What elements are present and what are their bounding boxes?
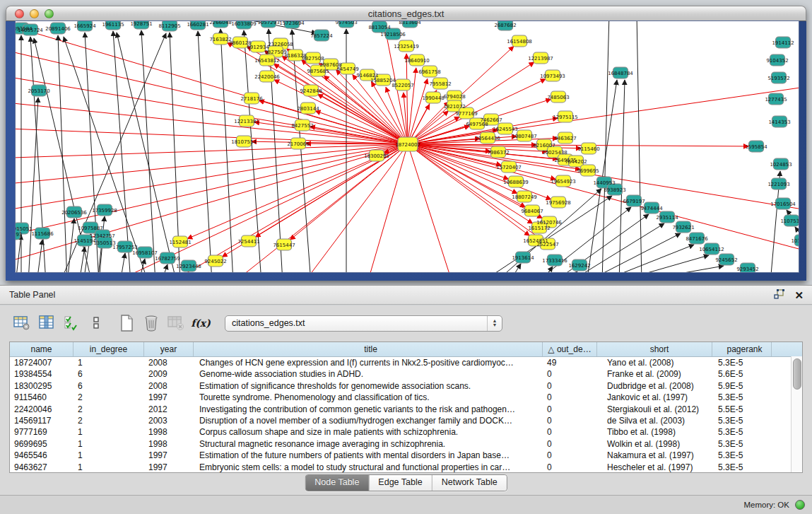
table-cell: 5.6E-5: [712, 368, 772, 380]
table-cell: 2: [73, 392, 144, 403]
table-cell: 0: [543, 404, 597, 415]
table-cell: 1: [73, 462, 144, 472]
tab-node-table[interactable]: Node Table: [305, 475, 368, 491]
column-header-name[interactable]: name: [10, 342, 73, 356]
graph-node-label: 17957253: [112, 245, 138, 250]
graph-node-label: 14055724: [18, 28, 43, 33]
graph-node-label: 10973493: [540, 74, 565, 79]
table-scrollbar[interactable]: [791, 356, 802, 472]
tab-edge-table[interactable]: Edge Table: [368, 475, 431, 491]
table-cell: 2: [73, 404, 144, 415]
float-panel-icon[interactable]: [774, 289, 784, 302]
table-row[interactable]: 2242004622012Investigating the contribut…: [10, 404, 802, 415]
table-panel-title: Table Panel: [9, 286, 55, 305]
network-window-titlebar[interactable]: citations_edges.txt: [6, 6, 806, 21]
graph-node-label: 1660281: [187, 22, 208, 28]
graph-node-label: 20564436: [475, 136, 500, 141]
graph-node-label: 1277435: [765, 97, 787, 103]
column-header-title[interactable]: title: [194, 342, 543, 356]
table-row[interactable]: 946362711997Embryonic stem cells: a mode…: [10, 462, 802, 472]
graph-node-label: 8313604: [399, 21, 421, 25]
table-cell: 9777169: [10, 426, 73, 438]
column-header-out-de-[interactable]: △ out_de…: [543, 342, 597, 356]
graph-edge: [161, 264, 167, 272]
row-options-icon[interactable]: [86, 313, 107, 334]
table-row[interactable]: 1872400712008Changes of HCN gene express…: [10, 357, 802, 368]
graph-node-label: 391593: [16, 232, 22, 238]
table-cell: Disruption of a novel member of a sodium…: [194, 415, 543, 426]
table-row[interactable]: 946554611997Estimation of the future num…: [10, 450, 802, 461]
delete-selected-icon[interactable]: [141, 313, 162, 334]
graph-node-label: 17016504: [770, 201, 796, 207]
select-columns-icon[interactable]: [61, 313, 82, 334]
table-cell: 9465546: [10, 450, 73, 461]
graph-node-label: 9699695: [577, 168, 599, 174]
graph-node-label: 2522547: [536, 242, 558, 247]
graph-node-label: 17333416: [542, 258, 567, 264]
graph-node-label: 1595854: [745, 144, 767, 150]
table-cell: 0: [543, 415, 597, 426]
column-header-short[interactable]: short: [597, 342, 712, 356]
graph-node-label: 1057293: [257, 21, 279, 25]
graph-node-label: 8938923: [604, 187, 625, 193]
graph-node-label: 1665924: [73, 23, 96, 29]
table-row[interactable]: 977716911998Corpus callosum shape and si…: [10, 426, 802, 438]
table-row[interactable]: 911546021997Tourette syndrome. Phenomeno…: [10, 392, 802, 403]
table-cell: 5.3E-5: [712, 462, 772, 472]
graph-edge: [16, 235, 21, 272]
graph-node-label: 17359928: [92, 208, 117, 214]
graph-node-label: 7485063: [547, 95, 569, 100]
graph-edge: [290, 144, 408, 240]
graph-edge: [584, 233, 681, 272]
show-columns-icon[interactable]: [36, 313, 57, 334]
table-row[interactable]: 1456911722003Disruption of a novel membe…: [10, 415, 802, 426]
graph-edge: [619, 80, 625, 272]
graph-node-label: 15720407: [496, 165, 522, 170]
column-header-pagerank[interactable]: pagerank: [712, 342, 772, 356]
tab-network-table[interactable]: Network Table: [432, 475, 507, 491]
graph-node-label: 19756928: [546, 200, 571, 206]
column-header-in-degree[interactable]: in_degree: [73, 342, 144, 356]
scrollbar-thumb[interactable]: [793, 358, 801, 390]
minimize-window-button[interactable]: [30, 9, 39, 18]
graph-edge: [541, 267, 553, 272]
column-header-year[interactable]: year: [144, 342, 194, 356]
table-cell: 0: [543, 462, 597, 472]
column-header-filler: [772, 342, 802, 356]
close-window-button[interactable]: [15, 9, 24, 18]
graph-edge: [37, 240, 42, 272]
graph-node-label: 10807487: [512, 134, 537, 139]
table-row[interactable]: 1830029562008Estimation of significance …: [10, 380, 802, 392]
close-panel-icon[interactable]: ✕: [794, 291, 804, 300]
network-table-selector[interactable]: citations_edges.txt ▲▼: [225, 315, 502, 332]
table-cell: Jankovic et al. (1997): [597, 392, 712, 403]
table-cell: 0: [543, 368, 597, 380]
table-cell: 1: [73, 450, 144, 461]
memory-status-indicator[interactable]: [795, 500, 805, 510]
table-row[interactable]: 969969511998Structural magnetic resonanc…: [10, 438, 802, 450]
graph-node-label: 7955812: [429, 81, 451, 87]
create-table-icon[interactable]: [116, 313, 137, 334]
status-bar: Memory: OK: [0, 495, 812, 514]
table-cell: Wolkin et al. (1998): [597, 438, 712, 450]
table-header-row: namein_degreeyeartitle△ out_de…shortpage…: [10, 342, 802, 357]
graph-node-label: 10654112: [699, 247, 724, 252]
graph-node-label: 1913614: [512, 255, 534, 261]
graph-node-label: 19218506: [380, 32, 406, 37]
table-cell: Tourette syndrome. Phenomenology and cla…: [194, 392, 543, 403]
graph-node-label: 9115460: [577, 146, 599, 152]
graph-node-label: 1440953: [593, 180, 615, 186]
table-settings-icon[interactable]: [11, 313, 33, 334]
table-row[interactable]: 1938455462009Genome-wide association stu…: [10, 368, 802, 380]
table-cell: Genome-wide association studies in ADHD.: [194, 368, 543, 380]
network-canvas[interactable]: 1872400771638228860128891293423226058982…: [16, 21, 799, 272]
graph-node-label: 8454749: [336, 66, 358, 72]
graph-node-label: 20891406: [45, 26, 71, 32]
table-cell: Hescheler et al. (1997): [597, 462, 712, 472]
table-panel-header: Table Panel ✕: [0, 285, 812, 305]
graph-node-label: 6794028: [443, 94, 465, 100]
table-cell: 9115460: [10, 392, 73, 403]
function-builder-icon[interactable]: f(x): [190, 313, 211, 334]
maximize-window-button[interactable]: [45, 9, 54, 18]
graph-node-label: 16543812: [254, 58, 280, 64]
